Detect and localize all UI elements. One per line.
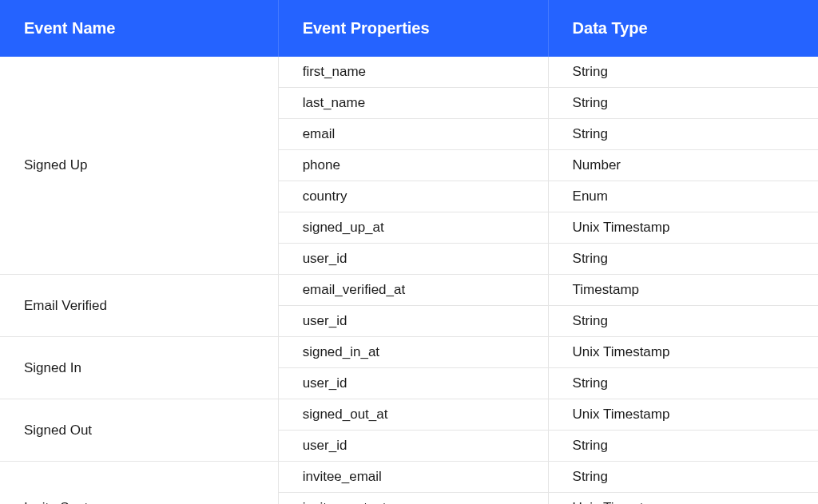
event-name-cell: Email Verified (0, 275, 278, 337)
property-name-cell: user_id (278, 431, 548, 462)
data-type-cell: String (548, 368, 818, 399)
data-type-cell: String (548, 88, 818, 119)
table-row: Invite Sentinvitee_emailString (0, 462, 818, 493)
event-name-cell: Signed Out (0, 399, 278, 462)
property-name-cell: phone (278, 150, 548, 181)
property-name-cell: invitee_email (278, 462, 548, 493)
event-name-cell: Signed Up (0, 57, 278, 275)
property-name-cell: signed_out_at (278, 399, 548, 431)
event-name-cell: Signed In (0, 337, 278, 399)
property-name-cell: first_name (278, 57, 548, 88)
table-row: Email Verifiedemail_verified_atTimestamp (0, 275, 818, 306)
data-type-cell: Unix Timestamp (548, 493, 818, 505)
data-type-cell: String (548, 431, 818, 462)
data-type-cell: String (548, 57, 818, 88)
data-type-cell: Unix Timestamp (548, 212, 818, 244)
data-type-cell: Number (548, 150, 818, 181)
property-name-cell: invite_sent_at (278, 493, 548, 505)
data-type-cell: String (548, 119, 818, 150)
property-name-cell: signed_up_at (278, 212, 548, 244)
table-row: Signed Outsigned_out_atUnix Timestamp (0, 399, 818, 431)
header-event-properties: Event Properties (278, 0, 548, 57)
table-row: Signed Insigned_in_atUnix Timestamp (0, 337, 818, 368)
data-type-cell: Unix Timestamp (548, 399, 818, 431)
property-name-cell: user_id (278, 368, 548, 399)
data-type-cell: Enum (548, 181, 818, 212)
header-event-name: Event Name (0, 0, 278, 57)
data-type-cell: Unix Timestamp (548, 337, 818, 368)
property-name-cell: user_id (278, 306, 548, 337)
table-header-row: Event Name Event Properties Data Type (0, 0, 818, 57)
property-name-cell: last_name (278, 88, 548, 119)
event-name-cell: Invite Sent (0, 462, 278, 505)
property-name-cell: signed_in_at (278, 337, 548, 368)
data-type-cell: Timestamp (548, 275, 818, 306)
property-name-cell: email_verified_at (278, 275, 548, 306)
property-name-cell: email (278, 119, 548, 150)
property-name-cell: user_id (278, 244, 548, 275)
data-type-cell: String (548, 462, 818, 493)
table-body: Signed Upfirst_nameStringlast_nameString… (0, 57, 818, 504)
events-table: Event Name Event Properties Data Type Si… (0, 0, 818, 504)
property-name-cell: country (278, 181, 548, 212)
header-data-type: Data Type (548, 0, 818, 57)
table-row: Signed Upfirst_nameString (0, 57, 818, 88)
data-type-cell: String (548, 306, 818, 337)
data-type-cell: String (548, 244, 818, 275)
